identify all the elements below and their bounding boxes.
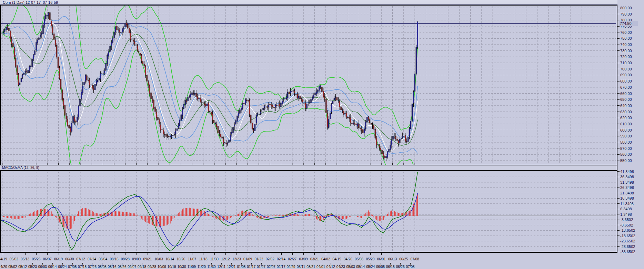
macd-line bbox=[1, 172, 417, 251]
date-tick-row1 bbox=[59, 253, 59, 255]
macd-axis-tick bbox=[617, 214, 620, 214]
date-tick-row1 bbox=[92, 253, 92, 255]
date-tick-row2 bbox=[172, 263, 172, 265]
date-tick-row2 bbox=[321, 263, 321, 265]
date-tick-row1 bbox=[159, 253, 159, 255]
date-tick-row2 bbox=[122, 263, 122, 265]
indicator-label-bar[interactable]: MACD/OsMA (12, 26, 9) bbox=[0, 165, 617, 171]
macd-axis-label: -23.6502 bbox=[620, 239, 635, 243]
date-tick-row2 bbox=[52, 263, 53, 265]
chart-title: Corn (1 Day) 12-07-17_07-16-59 bbox=[3, 0, 58, 4]
macd-axis-tick bbox=[617, 225, 620, 225]
macd-axis-tick bbox=[617, 246, 620, 247]
date-tick-row1 bbox=[137, 253, 137, 255]
date-tick-row2 bbox=[381, 263, 381, 265]
date-tick-row1 bbox=[14, 253, 14, 255]
date-tick-row1 bbox=[270, 253, 270, 255]
macd-axis-label: 36.3498 bbox=[620, 175, 634, 179]
date-tick-row1 bbox=[348, 253, 348, 255]
macd-axis-tick bbox=[617, 241, 620, 241]
date-tick-row1 bbox=[81, 253, 81, 255]
date-tick-row1 bbox=[181, 253, 181, 255]
macd-axis-tick bbox=[617, 177, 620, 177]
date-tick-row2 bbox=[192, 263, 192, 265]
date-tick-row2 bbox=[112, 263, 112, 265]
date-tick-row2 bbox=[301, 263, 301, 265]
date-tick-row2 bbox=[142, 263, 142, 265]
date-tick-row2 bbox=[271, 263, 271, 265]
date-tick-row2 bbox=[261, 263, 262, 265]
macd-axis-label: 31.3498 bbox=[620, 180, 634, 184]
date-tick-row2 bbox=[182, 263, 182, 265]
date-tick-row2 bbox=[211, 263, 212, 265]
bollinger-inner-band bbox=[1, 17, 417, 154]
macd-axis[interactable]: 41.349836.349831.349826.349821.349816.34… bbox=[617, 0, 644, 269]
macd-axis-tick bbox=[617, 236, 620, 236]
date-tick-row2 bbox=[72, 263, 73, 265]
date-tick-row2 bbox=[152, 263, 152, 265]
date-tick-row1 bbox=[3, 253, 3, 255]
date-tick-row1 bbox=[125, 253, 125, 255]
macd-axis-label: 41.3498 bbox=[620, 170, 634, 174]
date-tick-row2 bbox=[132, 263, 132, 265]
date-tick-row2 bbox=[400, 263, 401, 265]
date-tick-row2 bbox=[390, 263, 391, 265]
date-tick-row2 bbox=[23, 263, 23, 265]
date-tick-row2 bbox=[251, 263, 252, 265]
date-label-row2: 07/08 bbox=[403, 265, 417, 269]
date-tick-row2 bbox=[231, 263, 232, 265]
macd-axis-tick bbox=[617, 252, 620, 252]
date-tick-row2 bbox=[311, 263, 311, 265]
macd-axis-tick bbox=[617, 171, 620, 172]
date-tick-row1 bbox=[25, 253, 26, 255]
date-tick-row1 bbox=[237, 253, 237, 255]
date-axis[interactable]: 04/1905/0205/1305/2506/0706/1906/3007/12… bbox=[0, 253, 617, 269]
chart-title-bar[interactable]: Corn (1 Day) 12-07-17_07-16-59 bbox=[0, 0, 617, 4]
date-tick-row1 bbox=[47, 253, 48, 255]
date-tick-row1 bbox=[359, 253, 360, 255]
macd-axis-tick bbox=[617, 182, 620, 182]
macd-axis-label: -13.6502 bbox=[620, 228, 635, 232]
macd-axis-tick bbox=[617, 220, 620, 220]
date-tick-row2 bbox=[62, 263, 63, 265]
candlesticks bbox=[0, 12, 418, 161]
date-tick-row2 bbox=[221, 263, 222, 265]
date-tick-row1 bbox=[114, 253, 114, 255]
price-panel-date-ticks bbox=[3, 163, 415, 165]
date-tick-row2 bbox=[102, 263, 102, 265]
date-tick-row1 bbox=[404, 253, 404, 255]
date-tick-row1 bbox=[281, 253, 282, 255]
macd-axis-label: -28.6502 bbox=[620, 244, 635, 249]
macd-axis-label: 6.3498 bbox=[620, 207, 632, 211]
indicator-label: MACD/OsMA (12, 26, 9) bbox=[2, 166, 39, 170]
date-tick-row1 bbox=[337, 253, 337, 255]
date-tick-row1 bbox=[292, 253, 293, 255]
date-tick-row2 bbox=[351, 263, 351, 265]
macd-axis-tick bbox=[617, 209, 620, 209]
macd-axis-label: -18.6502 bbox=[620, 234, 635, 238]
macd-axis-tick bbox=[617, 193, 620, 193]
date-tick-row1 bbox=[393, 253, 393, 255]
date-tick-row1 bbox=[326, 253, 326, 255]
date-tick-row2 bbox=[341, 263, 341, 265]
date-tick-row1 bbox=[225, 253, 226, 255]
date-tick-row1 bbox=[370, 253, 371, 255]
macd-axis-label: 26.3498 bbox=[620, 185, 634, 190]
date-tick-row2 bbox=[3, 263, 3, 265]
macd-axis-label: -8.6502 bbox=[620, 223, 633, 227]
macd-indicator-plot[interactable] bbox=[0, 171, 617, 253]
date-tick-row2 bbox=[241, 263, 242, 265]
price-chart-plot[interactable] bbox=[0, 5, 617, 165]
date-tick-row1 bbox=[259, 253, 259, 255]
date-tick-row2 bbox=[92, 263, 92, 265]
macd-axis-label: 11.3498 bbox=[620, 202, 634, 206]
date-tick-row2 bbox=[371, 263, 371, 265]
macd-axis-tick bbox=[617, 198, 620, 199]
macd-axis-tick bbox=[617, 203, 620, 204]
date-tick-row2 bbox=[202, 263, 202, 265]
date-tick-row2 bbox=[13, 263, 13, 265]
date-tick-row1 bbox=[314, 253, 315, 255]
macd-axis-label: 16.3498 bbox=[620, 196, 634, 200]
date-label-row1: 07/08 bbox=[407, 257, 422, 261]
macd-axis-tick bbox=[617, 230, 620, 231]
